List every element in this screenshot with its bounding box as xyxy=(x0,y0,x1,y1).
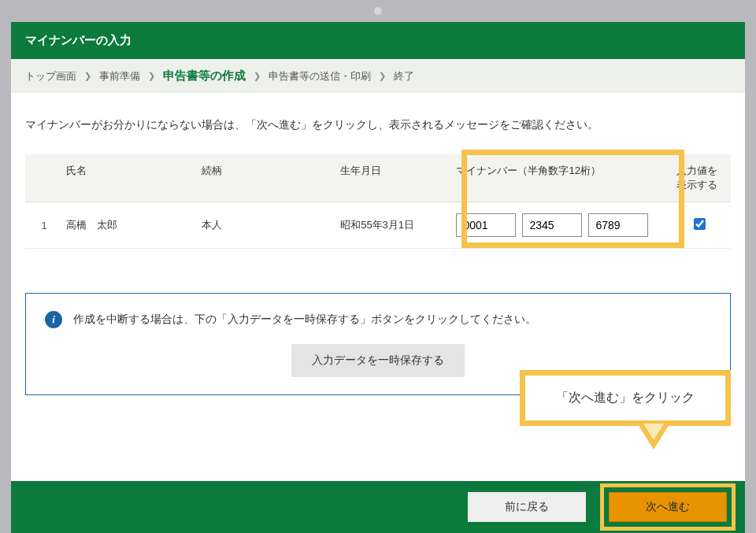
page-title: マイナンバーの入力 xyxy=(11,22,745,59)
col-showvalue: 入力値を表示する xyxy=(669,154,731,202)
breadcrumb-item[interactable]: 事前準備 xyxy=(99,69,140,83)
breadcrumb-item[interactable]: 申告書等の送信・印刷 xyxy=(269,69,371,83)
info-icon: i xyxy=(45,311,62,328)
next-button[interactable]: 次へ進む xyxy=(609,492,727,522)
callout-arrow-icon xyxy=(638,424,669,450)
col-number xyxy=(25,154,58,202)
back-button[interactable]: 前に戻る xyxy=(468,492,586,522)
mynumber-input-2[interactable] xyxy=(522,213,582,237)
mynumber-table: 氏名 続柄 生年月日 マイナンバー（半角数字12桁） 入力値を表示する 1 高橋… xyxy=(25,154,731,249)
row-mynumber xyxy=(448,202,669,249)
main-content: マイナンバーがお分かりにならない場合は、「次へ進む」をクリックし、表示されるメッ… xyxy=(11,93,745,481)
col-dob: 生年月日 xyxy=(332,154,448,202)
row-relation: 本人 xyxy=(194,202,333,249)
mynumber-input-3[interactable] xyxy=(588,213,648,237)
chevron-right-icon: ❯ xyxy=(379,71,386,81)
breadcrumb-item[interactable]: 終了 xyxy=(394,69,414,83)
footer-bar: 前に戻る 次へ進む xyxy=(11,481,745,533)
info-text: 作成を中断する場合は、下の「入力データを一時保存する」ボタンをクリックしてくださ… xyxy=(73,313,536,327)
mynumber-table-wrap: 氏名 続柄 生年月日 マイナンバー（半角数字12桁） 入力値を表示する 1 高橋… xyxy=(25,154,731,249)
row-name: 高橋 太郎 xyxy=(58,202,194,249)
chevron-right-icon: ❯ xyxy=(148,71,155,81)
mynumber-input-1[interactable] xyxy=(456,213,516,237)
breadcrumb: トップ画面 ❯ 事前準備 ❯ 申告書等の作成 ❯ 申告書等の送信・印刷 ❯ 終了 xyxy=(11,59,745,93)
col-name: 氏名 xyxy=(58,154,194,202)
col-mynumber: マイナンバー（半角数字12桁） xyxy=(448,154,669,202)
breadcrumb-item[interactable]: トップ画面 xyxy=(25,69,76,83)
breadcrumb-current: 申告書等の作成 xyxy=(163,68,246,83)
row-showvalue xyxy=(669,202,731,249)
app-window: マイナンバーの入力 トップ画面 ❯ 事前準備 ❯ 申告書等の作成 ❯ 申告書等の… xyxy=(11,22,745,533)
save-draft-button[interactable]: 入力データを一時保存する xyxy=(291,344,465,377)
highlight-next-button: 次へ進む xyxy=(600,483,736,531)
window-notch xyxy=(374,7,382,15)
col-relation: 続柄 xyxy=(194,154,333,202)
page-title-text: マイナンバーの入力 xyxy=(25,33,132,46)
callout-tooltip: 「次へ進む」をクリック xyxy=(520,370,731,450)
show-value-checkbox[interactable] xyxy=(694,218,706,230)
chevron-right-icon: ❯ xyxy=(254,71,261,81)
row-number: 1 xyxy=(25,202,58,249)
callout-text: 「次へ進む」をクリック xyxy=(556,390,695,404)
table-row: 1 高橋 太郎 本人 昭和55年3月1日 xyxy=(25,202,731,249)
chevron-right-icon: ❯ xyxy=(84,71,91,81)
instructions-text: マイナンバーがお分かりにならない場合は、「次へ進む」をクリックし、表示されるメッ… xyxy=(25,118,731,132)
row-dob: 昭和55年3月1日 xyxy=(332,202,448,249)
